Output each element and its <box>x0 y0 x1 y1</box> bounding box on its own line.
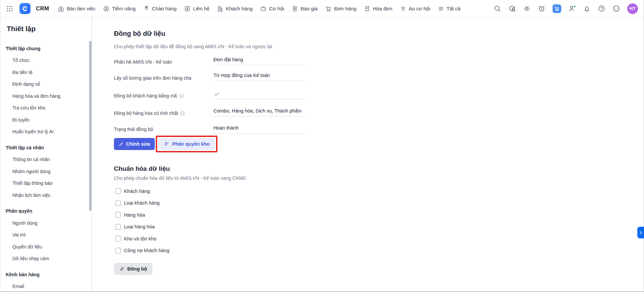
field-label: Đồng bộ khách hàng bằng mã <box>114 92 184 99</box>
more-icon[interactable] <box>613 5 620 12</box>
sidebar-section-header: Thiết lập chung <box>0 43 91 55</box>
sidebar-item[interactable]: Thông tin cá nhân <box>0 154 91 166</box>
sidebar-item[interactable]: Tổ chức <box>0 55 91 67</box>
info-icon[interactable] <box>179 93 184 98</box>
field-value-text: Đơn đặt hàng <box>213 57 243 62</box>
normalize-section-description: Cho phép chuẩn hóa dữ liệu từ AMIS.VN - … <box>114 175 247 181</box>
field-value: Đơn đặt hàng <box>213 56 305 65</box>
checkbox[interactable] <box>115 200 121 206</box>
checkbox[interactable] <box>115 248 121 253</box>
nav-item-8[interactable]: Đơn hàng <box>325 5 357 12</box>
sidebar-item[interactable]: Hàng hóa và đơn hàng <box>0 90 91 102</box>
sidebar-item[interactable]: Email <box>0 281 91 292</box>
field-value-text: Combo, Hàng hóa, Dịch vụ, Thành phẩm <box>213 108 302 114</box>
sidebar-item[interactable]: Quyền dữ liệu <box>0 241 91 253</box>
checkbox[interactable] <box>115 188 121 194</box>
sidebar-item[interactable]: Vai trò <box>0 229 91 241</box>
sidebar-item[interactable]: Đi tuyến <box>0 114 91 126</box>
checkbox-row[interactable]: Hàng hóa <box>115 209 169 221</box>
field-value <box>213 90 305 99</box>
nav-item-7[interactable]: Báo giá <box>292 5 318 12</box>
checkbox-label: Loại khách hàng <box>124 200 159 206</box>
sync-section-description: Cho phép thiết lập dữ liệu để đồng bộ sa… <box>114 43 273 50</box>
sidebar-item[interactable]: Người dùng <box>0 217 91 229</box>
nav-item-label: Bàn làm việc <box>67 6 95 11</box>
field-value: Combo, Hàng hóa, Dịch vụ, Thành phẩm <box>213 107 305 117</box>
field-value: Hoàn thành <box>213 125 305 134</box>
field-value-text: Từ Hợp đồng của Kế toán <box>213 73 270 78</box>
checkbox-row[interactable]: Công nợ khách hàng <box>115 245 169 257</box>
warehouse-permission-button[interactable]: Phân quyền kho <box>158 138 215 150</box>
quote-icon <box>292 5 298 12</box>
checkbox-row[interactable]: Loại khách hàng <box>115 197 169 209</box>
chevron-right-icon <box>638 230 643 235</box>
cart-icon[interactable] <box>553 4 561 13</box>
sidebar-item[interactable]: Tra cứu tồn kho <box>0 102 91 114</box>
notifications-icon[interactable] <box>583 5 591 12</box>
checkbox-row[interactable]: Khách hàng <box>115 185 169 197</box>
package-search-icon[interactable] <box>508 5 516 12</box>
checkbox[interactable] <box>115 212 121 218</box>
add-user-icon[interactable] <box>568 5 576 12</box>
sidebar-item[interactable]: Thiết lập thông báo <box>0 177 91 190</box>
checkbox-label: Kho và tồn kho <box>124 236 156 241</box>
nav-item-3[interactable]: Chào hàng <box>143 5 177 12</box>
nav-item-label: Hóa đơn <box>373 6 392 11</box>
sidebar-scrollbar-thumb[interactable] <box>89 41 91 211</box>
checkbox[interactable] <box>115 236 121 241</box>
app-launcher-grid-icon[interactable] <box>5 4 14 13</box>
help-icon[interactable] <box>598 5 605 12</box>
nav-item-label: Tất cả <box>447 6 461 11</box>
info-icon[interactable] <box>180 111 185 116</box>
sync-icon <box>119 266 125 272</box>
sidebar-item[interactable]: Nhóm người dùng <box>0 165 91 177</box>
checkbox-label: Loại hàng hóa <box>124 224 155 229</box>
nav-item-label: Đơn hàng <box>334 6 357 11</box>
nav-item-9[interactable]: Hóa đơn <box>364 5 392 12</box>
topbar-left: CRM Bàn làm việc Tiềm năng Chào hàng Liê… <box>5 3 494 14</box>
app-name: CRM <box>36 5 49 12</box>
pencil-icon <box>119 142 124 147</box>
checkmark-icon <box>213 90 220 97</box>
normalize-section-title: Chuẩn hóa dữ liệu <box>114 164 170 173</box>
nav-item-label: Ao cơ hội <box>409 6 430 11</box>
nav-item-2[interactable]: Tiềm năng <box>103 5 135 12</box>
edit-button[interactable]: Chỉnh sửa <box>114 138 155 150</box>
sidebar-item[interactable]: Đa tiền tệ <box>0 66 91 78</box>
module-nav: Bàn làm việc Tiềm năng Chào hàng Liên hệ… <box>58 5 460 12</box>
nav-item-11[interactable]: Tất cả <box>438 5 461 12</box>
search-icon[interactable] <box>494 5 501 12</box>
avatar[interactable]: HT <box>627 3 638 14</box>
settings-sidebar: Thiết lập Thiết lập chungTổ chứcĐa tiền … <box>0 17 92 292</box>
sidebar-item[interactable]: Huấn luyện trợ lý AI <box>0 126 91 138</box>
nav-item-label: Khách hàng <box>226 6 253 11</box>
nav-item-1[interactable]: Bàn làm việc <box>58 5 95 12</box>
topbar-right <box>494 4 620 13</box>
sidebar-section-header: Kênh bán hàng <box>0 269 91 281</box>
nav-item-label: Cơ hội <box>269 6 284 11</box>
nav-item-4[interactable]: Liên hệ <box>184 5 209 12</box>
reminder-icon[interactable] <box>538 5 545 12</box>
nav-item-5[interactable]: Khách hàng <box>217 5 253 12</box>
nav-item-label: Báo giá <box>301 6 318 11</box>
main-content: Đồng bộ dữ liệu Cho phép thiết lập dữ li… <box>92 17 644 292</box>
nav-item-10[interactable]: Ao cơ hội <box>400 5 430 12</box>
sync-button[interactable]: Đồng bộ <box>114 263 152 275</box>
expand-panel-tab[interactable] <box>637 227 644 238</box>
list-icon <box>438 5 444 12</box>
sidebar-item[interactable]: Nhận lịch làm việc <box>0 189 91 201</box>
checkbox-row[interactable]: Kho và tồn kho <box>115 233 169 245</box>
nav-item-6[interactable]: Cơ hội <box>260 5 284 12</box>
sidebar-item[interactable]: Định dạng số <box>0 78 91 90</box>
warehouse-permission-label: Phân quyền kho <box>172 141 210 147</box>
contact-icon <box>184 5 191 12</box>
offer-icon <box>143 5 150 12</box>
settings-icon[interactable] <box>523 5 531 12</box>
amis-logo-icon[interactable] <box>19 3 30 14</box>
sidebar-list: Thiết lập chungTổ chứcĐa tiền tệĐịnh dạn… <box>0 43 91 292</box>
checkbox-label: Khách hàng <box>124 189 150 194</box>
sidebar-item[interactable]: Dữ liệu nhạy cảm <box>0 253 91 265</box>
field-label: Trạng thái đồng bộ <box>114 126 153 133</box>
checkbox-row[interactable]: Loại hàng hóa <box>115 221 169 233</box>
checkbox[interactable] <box>115 224 121 230</box>
